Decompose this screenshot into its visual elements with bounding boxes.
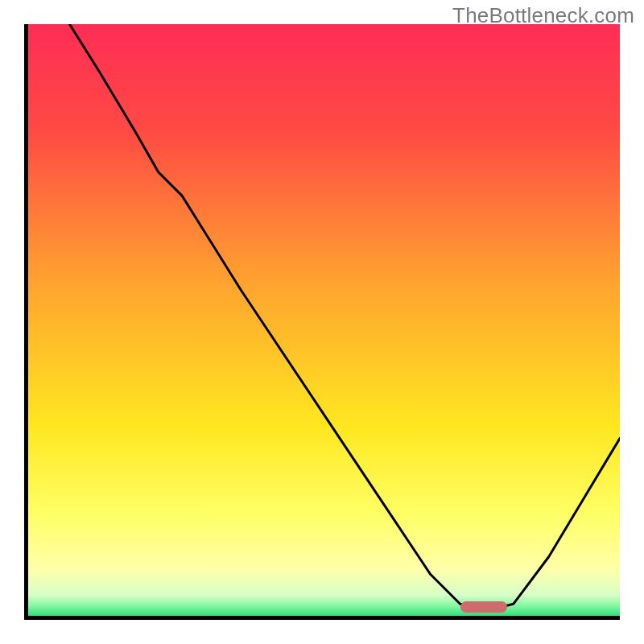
bottleneck-curve [69,24,620,610]
optimal-range-marker [460,601,508,613]
plot-area [24,24,620,620]
curve-layer [28,24,620,616]
bottleneck-chart: TheBottleneck.com [0,0,644,644]
